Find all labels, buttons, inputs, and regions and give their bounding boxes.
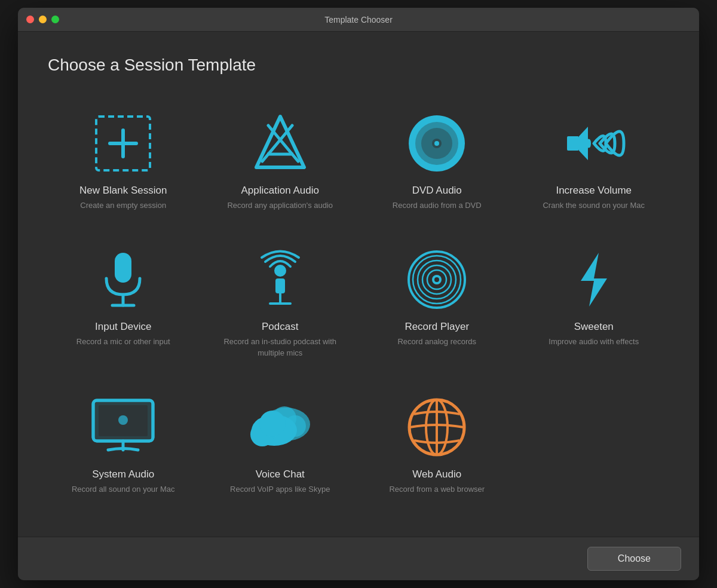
template-increase-volume[interactable]: Increase Volume Crank the sound on your … [519, 99, 670, 223]
input-device-desc: Record a mic or other input [76, 336, 170, 347]
increase-volume-desc: Crank the sound on your Mac [543, 200, 645, 211]
record-player-desc: Record analog records [397, 336, 476, 347]
footer: Choose [18, 537, 699, 580]
titlebar: Template Chooser [18, 8, 699, 32]
template-grid: New Blank Session Create an empty sessio… [48, 99, 669, 507]
template-system-audio[interactable]: System Audio Record all sound on your Ma… [48, 382, 199, 507]
increase-volume-name: Increase Volume [556, 185, 632, 197]
sweeten-icon [558, 247, 630, 313]
traffic-lights [26, 16, 59, 23]
input-device-icon [87, 247, 159, 313]
template-input-device[interactable]: Input Device Record a mic or other input [48, 235, 199, 370]
page-title: Choose a Session Template [48, 56, 669, 75]
content-area: Choose a Session Template New Blank Sess… [18, 32, 699, 537]
svg-rect-18 [275, 278, 285, 293]
voice-chat-desc: Record VoIP apps like Skype [230, 484, 330, 495]
podcast-name: Podcast [262, 321, 298, 333]
sweeten-desc: Improve audio with effects [549, 336, 639, 347]
voice-chat-name: Voice Chat [256, 468, 305, 480]
web-audio-name: Web Audio [412, 468, 461, 480]
dvd-audio-name: DVD Audio [412, 185, 462, 197]
svg-rect-14 [115, 253, 131, 283]
svg-point-27 [434, 277, 439, 282]
svg-point-17 [274, 265, 286, 277]
template-podcast[interactable]: Podcast Record an in-studio podcast with… [205, 235, 356, 370]
template-web-audio[interactable]: Web Audio Record from a web browser [361, 382, 513, 507]
template-new-blank-session[interactable]: New Blank Session Create an empty sessio… [48, 99, 199, 223]
system-audio-name: System Audio [92, 468, 154, 480]
new-blank-session-desc: Create an empty session [80, 200, 166, 211]
application-audio-desc: Record any application's audio [227, 200, 333, 211]
application-audio-name: Application Audio [241, 185, 319, 197]
window-title: Template Chooser [324, 15, 393, 24]
template-dvd-audio[interactable]: DVD Audio Record audio from a DVD [361, 99, 513, 223]
choose-button[interactable]: Choose [587, 547, 681, 571]
svg-marker-28 [581, 253, 607, 307]
template-record-player[interactable]: Record Player Record analog records [361, 235, 513, 370]
web-audio-desc: Record from a web browser [389, 484, 485, 495]
maximize-button[interactable] [51, 16, 59, 23]
sweeten-name: Sweeten [574, 321, 614, 333]
svg-point-33 [118, 415, 128, 425]
svg-rect-12 [567, 136, 579, 151]
record-player-name: Record Player [405, 321, 469, 333]
template-sweeten[interactable]: Sweeten Improve audio with effects [519, 235, 670, 370]
system-audio-icon [87, 394, 159, 460]
dvd-audio-icon [401, 111, 473, 176]
input-device-name: Input Device [95, 321, 152, 333]
record-player-icon [401, 247, 473, 313]
minimize-button[interactable] [39, 16, 47, 23]
new-blank-session-icon [87, 111, 159, 176]
close-button[interactable] [26, 16, 34, 23]
template-application-audio[interactable]: Application Audio Record any application… [205, 99, 356, 223]
svg-point-42 [259, 411, 286, 437]
voice-chat-icon [244, 394, 316, 460]
podcast-desc: Record an in-studio podcast with multipl… [211, 336, 350, 358]
web-audio-icon [401, 394, 473, 460]
increase-volume-icon [558, 111, 630, 176]
podcast-icon [244, 247, 316, 313]
svg-point-11 [434, 141, 439, 146]
svg-marker-13 [579, 127, 588, 160]
system-audio-desc: Record all sound on your Mac [72, 484, 175, 495]
template-voice-chat[interactable]: Voice Chat Record VoIP apps like Skype [205, 382, 356, 507]
new-blank-session-name: New Blank Session [79, 185, 167, 197]
dvd-audio-desc: Record audio from a DVD [393, 200, 482, 211]
main-window: Template Chooser Choose a Session Templa… [18, 8, 699, 580]
application-audio-icon [244, 111, 316, 176]
